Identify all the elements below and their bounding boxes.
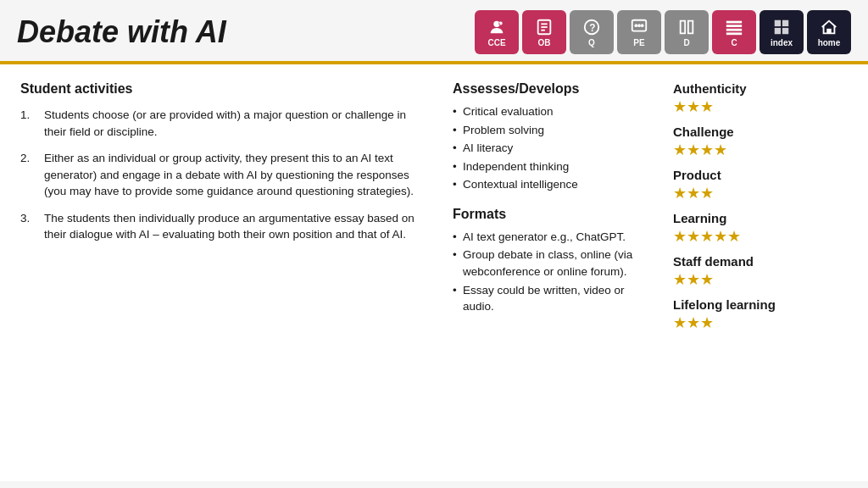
list-item: Contextual intelligence bbox=[453, 176, 648, 193]
nav-index-label: index bbox=[771, 38, 793, 47]
rating-label: Staff demand bbox=[673, 254, 848, 269]
nav-c-label: C bbox=[731, 38, 737, 47]
rating-stars: ★★★ bbox=[673, 97, 848, 116]
rating-label: Lifelong learning bbox=[673, 297, 848, 312]
list-item: AI text generator e.g., ChatGPT. bbox=[453, 229, 648, 246]
list-item: 3. The students then individually produc… bbox=[20, 210, 427, 243]
nav-d[interactable]: D bbox=[665, 10, 709, 54]
list-item: 1. Students choose (or are provided with… bbox=[20, 107, 427, 140]
svg-point-10 bbox=[635, 24, 638, 27]
nav-cce-label: CCE bbox=[487, 38, 505, 47]
svg-point-12 bbox=[641, 24, 644, 27]
list-item: Problem solving bbox=[453, 122, 648, 139]
formats-title: Formats bbox=[453, 207, 648, 222]
nav-ob[interactable]: OB bbox=[522, 10, 566, 54]
svg-point-11 bbox=[637, 24, 641, 27]
rating-stars: ★★★★★ bbox=[673, 227, 848, 246]
rating-item: Challenge★★★★ bbox=[673, 125, 848, 159]
nav-ob-label: OB bbox=[538, 38, 551, 47]
list-item: Essay could be written, video or audio. bbox=[453, 282, 648, 315]
svg-rect-16 bbox=[726, 32, 742, 35]
student-activities-section: Student activities 1. Students choose (o… bbox=[20, 81, 427, 464]
student-activities-title: Student activities bbox=[20, 81, 427, 97]
nav-q[interactable]: ? Q bbox=[570, 10, 614, 54]
nav-d-label: D bbox=[683, 38, 689, 47]
rating-item: Staff demand★★★ bbox=[673, 254, 848, 289]
assesses-title: Assesses/Develops bbox=[453, 81, 648, 97]
nav-pe-label: PE bbox=[633, 38, 644, 47]
nav-c[interactable]: C bbox=[712, 10, 756, 54]
nav-index[interactable]: index bbox=[760, 10, 804, 54]
assesses-list: Critical evaluation Problem solving AI l… bbox=[453, 103, 648, 193]
list-item: AI literacy bbox=[453, 140, 648, 157]
nav-cce[interactable]: + CCE bbox=[475, 10, 519, 54]
svg-rect-20 bbox=[782, 27, 788, 33]
svg-rect-13 bbox=[726, 20, 742, 23]
svg-rect-21 bbox=[826, 28, 832, 33]
list-item: Group debate in class, online (via webco… bbox=[453, 247, 648, 280]
page-title: Debate with AI bbox=[17, 14, 226, 50]
assesses-formats-section: Assesses/Develops Critical evaluation Pr… bbox=[453, 81, 648, 464]
nav-home-label: home bbox=[818, 38, 841, 47]
rating-label: Authenticity bbox=[673, 81, 848, 96]
rating-item: Learning★★★★★ bbox=[673, 211, 848, 246]
list-item: 2. Either as an individual or group acti… bbox=[20, 150, 427, 200]
nav-home[interactable]: home bbox=[807, 10, 851, 54]
svg-rect-19 bbox=[775, 27, 781, 33]
rating-stars: ★★★ bbox=[673, 313, 848, 332]
svg-rect-18 bbox=[782, 19, 788, 25]
header: Debate with AI + CCE OB ? bbox=[0, 0, 868, 61]
rating-stars: ★★★ bbox=[673, 184, 848, 202]
svg-rect-17 bbox=[775, 19, 781, 25]
main-content: Student activities 1. Students choose (o… bbox=[0, 64, 868, 481]
rating-stars: ★★★ bbox=[673, 270, 848, 289]
nav-icons: + CCE OB ? Q bbox=[475, 10, 851, 54]
rating-label: Challenge bbox=[673, 125, 848, 139]
nav-pe[interactable]: PE bbox=[617, 10, 661, 54]
list-item: Critical evaluation bbox=[453, 103, 648, 120]
rating-item: Authenticity★★★ bbox=[673, 81, 848, 116]
ratings-section: Authenticity★★★Challenge★★★★Product★★★Le… bbox=[673, 81, 848, 464]
formats-list: AI text generator e.g., ChatGPT. Group d… bbox=[453, 229, 648, 315]
activity-list: 1. Students choose (or are provided with… bbox=[20, 107, 427, 243]
rating-label: Learning bbox=[673, 211, 848, 225]
nav-q-label: Q bbox=[588, 38, 595, 47]
rating-stars: ★★★★ bbox=[673, 141, 848, 159]
svg-text:?: ? bbox=[589, 21, 595, 33]
rating-item: Product★★★ bbox=[673, 168, 848, 202]
rating-item: Lifelong learning★★★ bbox=[673, 297, 848, 332]
rating-label: Product bbox=[673, 168, 848, 182]
svg-rect-14 bbox=[726, 25, 742, 27]
svg-text:+: + bbox=[498, 22, 500, 25]
svg-rect-15 bbox=[726, 28, 742, 30]
list-item: Independent thinking bbox=[453, 158, 648, 175]
